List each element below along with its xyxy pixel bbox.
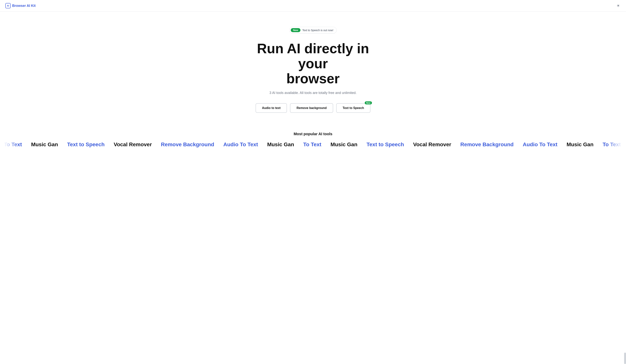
marquee-item[interactable]: Vocal Remover: [413, 141, 451, 148]
marquee-item[interactable]: Text to Speech: [367, 141, 404, 148]
header: AI Browser AI Kit ☀: [0, 0, 626, 12]
marquee-item[interactable]: Remove Background: [161, 141, 214, 148]
marquee-container: To TextMusic GanText to SpeechVocal Remo…: [4, 141, 622, 148]
marquee-track: To TextMusic GanText to SpeechVocal Remo…: [4, 141, 622, 148]
marquee-item[interactable]: Music Gan: [330, 141, 357, 148]
text-to-speech-button[interactable]: New Text to Speech: [336, 103, 371, 113]
announcement-banner: New Text to Speech is out now!: [289, 27, 337, 34]
marquee-item[interactable]: Audio To Text: [523, 141, 557, 148]
logo[interactable]: AI Browser AI Kit: [5, 3, 36, 8]
marquee-item[interactable]: Remove Background: [460, 141, 514, 148]
audio-to-text-button[interactable]: Audio to text: [256, 103, 287, 113]
logo-icon: AI: [5, 3, 11, 8]
sun-icon: ☀: [617, 4, 620, 8]
theme-toggle-button[interactable]: ☀: [616, 3, 621, 9]
marquee-item[interactable]: To Text: [303, 141, 321, 148]
text-to-speech-new-badge: New: [365, 101, 372, 104]
marquee-item[interactable]: To Text: [603, 141, 621, 148]
marquee-item[interactable]: Music Gan: [31, 141, 58, 148]
hero-heading: Run AI directly in your browser: [246, 41, 380, 86]
marquee-item[interactable]: Music Gan: [267, 141, 294, 148]
popular-tools-title: Most popular AI tools: [4, 132, 622, 136]
remove-background-button[interactable]: Remove background: [290, 103, 333, 113]
scrollbar[interactable]: [624, 353, 626, 364]
new-badge: New: [291, 28, 300, 32]
main-content: New Text to Speech is out now! Run AI di…: [0, 12, 626, 159]
popular-tools-section: Most popular AI tools To TextMusic GanTe…: [4, 132, 622, 148]
marquee-item[interactable]: Music Gan: [566, 141, 593, 148]
announcement-text: Text to Speech is out now!: [302, 29, 333, 32]
cta-buttons-group: Audio to text Remove background New Text…: [256, 103, 371, 113]
hero-subtext: 3 AI tools available. All tools are tota…: [270, 91, 356, 95]
marquee-item[interactable]: Vocal Remover: [114, 141, 152, 148]
marquee-item[interactable]: Text to Speech: [67, 141, 105, 148]
marquee-item[interactable]: Audio To Text: [223, 141, 258, 148]
marquee-item[interactable]: To Text: [4, 141, 22, 148]
logo-text: Browser AI Kit: [12, 4, 36, 8]
